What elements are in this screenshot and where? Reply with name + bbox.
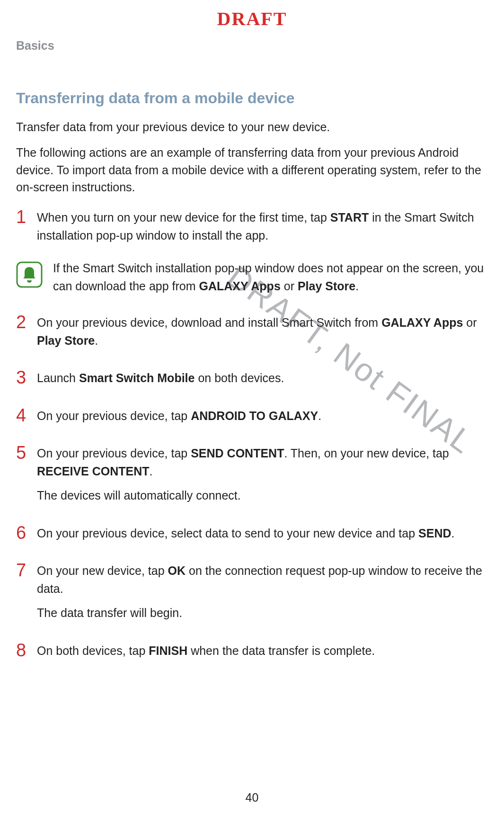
note-block: If the Smart Switch installation pop-up … [16,259,488,295]
step-body: On your new device, tap OK on the connec… [37,560,488,629]
step-text: On your new device, tap [37,564,168,577]
step-text: Launch [37,371,79,385]
step-text: On both devices, tap [37,644,149,657]
step-text: On your previous device, tap [37,409,191,422]
step-body: Launch Smart Switch Mobile on both devic… [37,367,488,394]
steps-list: 1 When you turn on your new device for t… [16,207,488,666]
step-bold: START [330,211,369,224]
step-body: On both devices, tap FINISH when the dat… [37,640,488,667]
step-number: 8 [16,640,37,659]
step-bold: GALAXY Apps [381,316,463,329]
step-text: . [451,527,455,540]
step-bold: RECEIVE CONTENT [37,465,150,478]
step-text: On your previous device, tap [37,447,191,460]
step-bold: SEND [418,527,451,540]
intro-paragraph-2: The following actions are an example of … [16,144,488,196]
note-text: If the Smart Switch installation pop-up … [53,259,488,295]
step-number: 1 [16,207,37,226]
running-header: Basics [16,39,488,53]
page-number: 40 [0,791,504,805]
step-bold: ANDROID TO GALAXY [191,409,318,422]
step-bold: Smart Switch Mobile [79,371,195,385]
step-body: When you turn on your new device for the… [37,207,488,251]
step-bold: FINISH [149,644,187,657]
note-span: . [355,279,359,293]
step-text: When you turn on your new device for the… [37,211,330,224]
step-body: On your previous device, tap SEND CONTEN… [37,443,488,511]
step-5: 5 On your previous device, tap SEND CONT… [16,443,488,511]
step-text: . [150,465,153,478]
step-text: or [463,316,477,329]
step-1: 1 When you turn on your new device for t… [16,207,488,251]
page: DRAFT Basics DRAFT, Not FINAL Transferri… [0,0,504,814]
section-title: Transferring data from a mobile device [16,89,488,107]
step-6: 6 On your previous device, select data t… [16,523,488,549]
step-text: On your previous device, download and in… [37,316,381,329]
step-number: 5 [16,443,37,462]
step-4: 4 On your previous device, tap ANDROID T… [16,405,488,432]
step-number: 2 [16,312,37,331]
step-text: on both devices. [195,371,284,385]
step-text: . [318,409,321,422]
note-bold: GALAXY Apps [199,279,281,293]
top-banner-draft: DRAFT [0,8,504,30]
step-body: On your previous device, download and in… [37,312,488,356]
step-subtext: The devices will automatically connect. [37,487,488,505]
note-span: or [281,279,298,293]
step-body: On your previous device, tap ANDROID TO … [37,405,488,432]
step-2: 2 On your previous device, download and … [16,312,488,356]
step-number: 7 [16,560,37,579]
intro-paragraph-1: Transfer data from your previous device … [16,118,488,135]
step-text: . [95,334,98,347]
step-number: 4 [16,405,37,424]
note-bold: Play Store [298,279,355,293]
step-7: 7 On your new device, tap OK on the conn… [16,560,488,629]
step-body: On your previous device, select data to … [37,523,488,549]
step-3: 3 Launch Smart Switch Mobile on both dev… [16,367,488,394]
step-8: 8 On both devices, tap FINISH when the d… [16,640,488,667]
step-number: 6 [16,523,37,542]
step-bold: SEND CONTENT [191,447,284,460]
step-text: when the data transfer is complete. [187,644,375,657]
step-text: On your previous device, select data to … [37,527,418,540]
step-text: . Then, on your new device, tap [284,447,449,460]
step-bold: Play Store [37,334,95,347]
bell-icon [16,261,43,288]
step-bold: OK [168,564,186,577]
step-number: 3 [16,367,37,386]
step-subtext: The data transfer will begin. [37,604,488,622]
